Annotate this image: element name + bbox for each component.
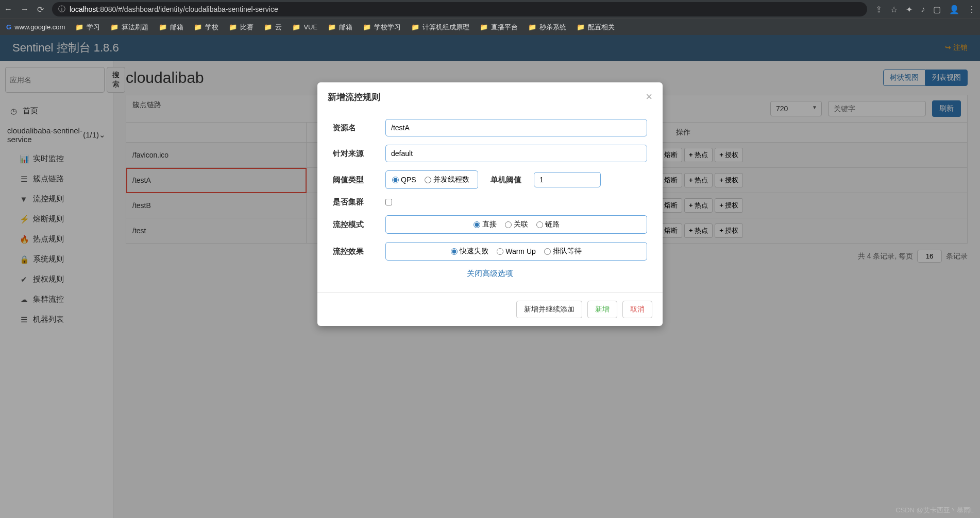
radio-fast-fail[interactable]: 快速失败 bbox=[451, 247, 488, 256]
threshold-type-label: 阈值类型 bbox=[333, 175, 379, 185]
bookmark-label: 学习 bbox=[87, 23, 100, 32]
effect-label: 流控效果 bbox=[333, 247, 379, 256]
menu-icon[interactable]: ⋮ bbox=[968, 5, 976, 14]
bookmark-label: 学校学习 bbox=[374, 23, 401, 32]
google-icon: G bbox=[6, 23, 11, 31]
forward-icon[interactable]: → bbox=[21, 5, 29, 14]
radio-thread[interactable]: 并发线程数 bbox=[425, 175, 469, 184]
modal-title: 新增流控规则 bbox=[328, 91, 380, 103]
folder-icon: 📁 bbox=[110, 23, 119, 31]
bookmark-label: 云 bbox=[275, 23, 282, 32]
radio-qps[interactable]: QPS bbox=[392, 176, 416, 184]
bookmark-label: 比赛 bbox=[240, 23, 254, 32]
bookmark-label: 邮箱 bbox=[339, 23, 352, 32]
music-icon[interactable]: ♪ bbox=[921, 5, 925, 14]
bookmark-label: 配置相关 bbox=[588, 23, 615, 32]
bookmark-label: www.google.com bbox=[14, 23, 65, 31]
add-continue-button[interactable]: 新增并继续添加 bbox=[516, 301, 582, 318]
bookmark[interactable]: Gwww.google.com bbox=[6, 23, 65, 31]
bookmark[interactable]: 📁秒杀系统 bbox=[528, 23, 566, 32]
profile-icon[interactable]: 👤 bbox=[949, 5, 959, 14]
browser-chrome: ← → ⟳ ⓘ localhost:8080/#/dashboard/ident… bbox=[0, 0, 980, 19]
star-icon[interactable]: ☆ bbox=[890, 5, 898, 14]
radio-relate[interactable]: 关联 bbox=[505, 220, 528, 229]
bookmark-label: 学校 bbox=[205, 23, 218, 32]
bookmark[interactable]: 📁算法刷题 bbox=[110, 23, 148, 32]
extensions-icon[interactable]: ✦ bbox=[906, 5, 913, 14]
url-host: localhost bbox=[70, 5, 98, 13]
bookmark[interactable]: 📁学校 bbox=[194, 23, 218, 32]
watermark: CSDN @艾卡西亚丶暴雨L bbox=[895, 506, 974, 515]
folder-icon: 📁 bbox=[75, 23, 83, 31]
radio-chain[interactable]: 链路 bbox=[536, 220, 560, 229]
cluster-label: 是否集群 bbox=[333, 197, 379, 207]
reload-icon[interactable]: ⟳ bbox=[37, 5, 44, 14]
address-bar[interactable]: ⓘ localhost:8080/#/dashboard/identity/cl… bbox=[52, 2, 867, 16]
bookmark[interactable]: 📁配置相关 bbox=[577, 23, 615, 32]
bookmark[interactable]: 📁比赛 bbox=[229, 23, 254, 32]
resource-label: 资源名 bbox=[333, 123, 379, 133]
resource-input[interactable] bbox=[385, 119, 647, 136]
folder-icon: 📁 bbox=[194, 23, 202, 31]
share-icon[interactable]: ⇪ bbox=[875, 5, 882, 14]
folder-icon: 📁 bbox=[159, 23, 167, 31]
bookmark-label: 计算机组成原理 bbox=[423, 23, 469, 32]
close-icon[interactable]: × bbox=[646, 90, 652, 103]
folder-icon: 📁 bbox=[411, 23, 419, 31]
mode-label: 流控模式 bbox=[333, 220, 379, 230]
folder-icon: 📁 bbox=[292, 23, 300, 31]
threshold-label: 单机阈值 bbox=[491, 175, 521, 185]
info-icon: ⓘ bbox=[58, 5, 65, 14]
folder-icon: 📁 bbox=[528, 23, 536, 31]
bookmark[interactable]: 📁邮箱 bbox=[159, 23, 183, 32]
source-input[interactable] bbox=[385, 145, 647, 162]
folder-icon: 📁 bbox=[577, 23, 585, 31]
bookmark[interactable]: 📁学校学习 bbox=[363, 23, 401, 32]
bookmark[interactable]: 📁邮箱 bbox=[328, 23, 352, 32]
bookmark[interactable]: 📁学习 bbox=[75, 23, 100, 32]
folder-icon: 📁 bbox=[328, 23, 336, 31]
bookmark-label: 算法刷题 bbox=[122, 23, 148, 32]
bookmark[interactable]: 📁直播平台 bbox=[480, 23, 518, 32]
folder-icon: 📁 bbox=[363, 23, 371, 31]
radio-warmup[interactable]: Warm Up bbox=[497, 247, 536, 255]
radio-queue[interactable]: 排队等待 bbox=[544, 247, 582, 256]
bookmark[interactable]: 📁VUE bbox=[292, 23, 317, 31]
bookmark[interactable]: 📁计算机组成原理 bbox=[411, 23, 469, 32]
bookmark-label: 邮箱 bbox=[170, 23, 183, 32]
bookmark-label: VUE bbox=[303, 23, 317, 31]
back-icon[interactable]: ← bbox=[4, 5, 12, 14]
bookmark-bar: Gwww.google.com📁学习📁算法刷题📁邮箱📁学校📁比赛📁云📁VUE📁邮… bbox=[0, 19, 980, 35]
threshold-input[interactable] bbox=[534, 172, 601, 187]
bookmark-label: 秒杀系统 bbox=[539, 23, 566, 32]
cancel-button[interactable]: 取消 bbox=[622, 301, 652, 318]
add-button[interactable]: 新增 bbox=[587, 301, 617, 318]
radio-direct[interactable]: 直接 bbox=[474, 220, 497, 229]
folder-icon: 📁 bbox=[264, 23, 272, 31]
folder-icon: 📁 bbox=[480, 23, 488, 31]
folder-icon: 📁 bbox=[229, 23, 237, 31]
bookmark-label: 直播平台 bbox=[491, 23, 518, 32]
cluster-checkbox[interactable] bbox=[385, 199, 392, 205]
advanced-toggle[interactable]: 关闭高级选项 bbox=[333, 269, 647, 279]
url-path: :8080/#/dashboard/identity/cloudalibaba-… bbox=[98, 5, 278, 13]
source-label: 针对来源 bbox=[333, 149, 379, 159]
add-flow-rule-modal: 新增流控规则 × 资源名 针对来源 阈值类型 QPS 并发线程数 单机阈值 是否… bbox=[317, 82, 663, 326]
bookmark[interactable]: 📁云 bbox=[264, 23, 282, 32]
panel-icon[interactable]: ▢ bbox=[933, 5, 941, 14]
